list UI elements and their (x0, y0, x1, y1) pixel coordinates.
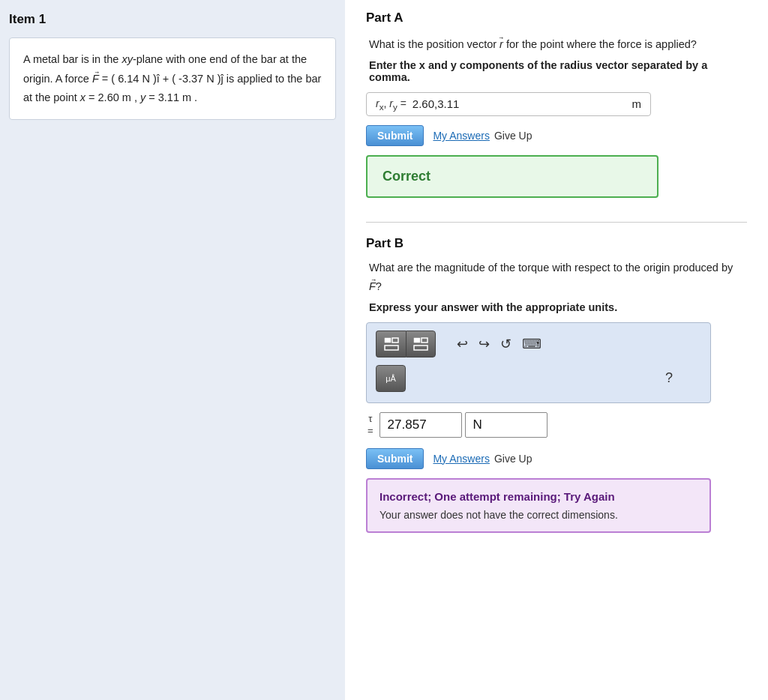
part-b-submit-button[interactable]: Submit (366, 448, 424, 469)
item-title: Item 1 (9, 12, 336, 27)
undo-button[interactable]: ↩ (454, 334, 471, 354)
redo-button[interactable]: ↪ (476, 334, 493, 354)
correct-text: Correct (382, 169, 430, 184)
math-toolbar-row2: μÅ ? (376, 365, 701, 392)
part-a-label: Part A (366, 10, 747, 25)
problem-box: A metal bar is in the xy-plane with one … (9, 37, 336, 120)
part-b-give-up-text: Give Up (494, 453, 532, 465)
part-a-input-row: rx, ry = 2.60,3.11 m (366, 92, 651, 117)
part-a-question: What is the position vector r⃗ for the p… (366, 34, 747, 53)
part-b-question: What are the magnitude of the torque wit… (366, 260, 747, 295)
math-input-area: ↩ ↪ ↺ ⌨ μÅ ? (366, 322, 711, 403)
tau-label: τ= (368, 413, 374, 436)
part-a-instruction: Enter the x and y components of the radi… (366, 59, 747, 83)
keyboard-button[interactable]: ⌨ (519, 334, 544, 354)
incorrect-title: Incorrect; One attempt remaining; Try Ag… (380, 490, 698, 503)
refresh-button[interactable]: ↺ (497, 334, 514, 354)
left-panel: Item 1 A metal bar is in the xy-plane wi… (0, 0, 345, 700)
math-btn-group (376, 331, 436, 357)
right-panel: Part A What is the position vector r⃗ fo… (345, 0, 768, 700)
svg-rect-2 (385, 346, 398, 350)
problem-text: A metal bar is in the xy-plane with one … (23, 53, 321, 103)
svg-rect-5 (414, 346, 428, 350)
part-a-input-value[interactable]: 2.60,3.11 (412, 97, 626, 110)
part-a-submit-button[interactable]: Submit (366, 125, 424, 146)
help-button[interactable]: ? (661, 369, 677, 387)
math-icon-row: ↩ ↪ ↺ ⌨ (454, 334, 544, 354)
unit-input[interactable] (465, 412, 548, 438)
part-b-answer-row: τ= (366, 412, 747, 438)
part-b-my-answers-link[interactable]: My Answers (433, 453, 489, 465)
answer-value-input[interactable] (380, 412, 462, 438)
math-toolbar-row1: ↩ ↪ ↺ ⌨ (376, 331, 701, 357)
svg-rect-3 (414, 338, 420, 343)
incorrect-banner: Incorrect; One attempt remaining; Try Ag… (366, 478, 711, 533)
part-b-section: Part B What are the magnitude of the tor… (366, 222, 747, 540)
part-a-input-label: rx, ry = (376, 97, 406, 112)
fraction-button[interactable] (376, 331, 406, 357)
part-b-btn-row: Submit My Answers Give Up (366, 448, 747, 469)
part-a-my-answers-link[interactable]: My Answers (433, 130, 489, 142)
part-b-instruction: Express your answer with the appropriate… (366, 301, 747, 313)
svg-rect-4 (422, 338, 428, 343)
mu-button[interactable]: μÅ (376, 365, 406, 392)
part-a-btn-row: Submit My Answers Give Up (366, 125, 747, 146)
part-a-section: Part A What is the position vector r⃗ fo… (366, 7, 747, 208)
svg-rect-1 (392, 338, 398, 343)
part-a-give-up-text: Give Up (494, 130, 532, 142)
svg-rect-0 (385, 338, 391, 343)
part-b-label: Part B (366, 236, 747, 251)
template-button[interactable] (406, 331, 436, 357)
incorrect-body: Your answer does not have the correct di… (380, 509, 698, 521)
part-a-unit: m (632, 97, 642, 110)
correct-banner: Correct (366, 155, 658, 198)
